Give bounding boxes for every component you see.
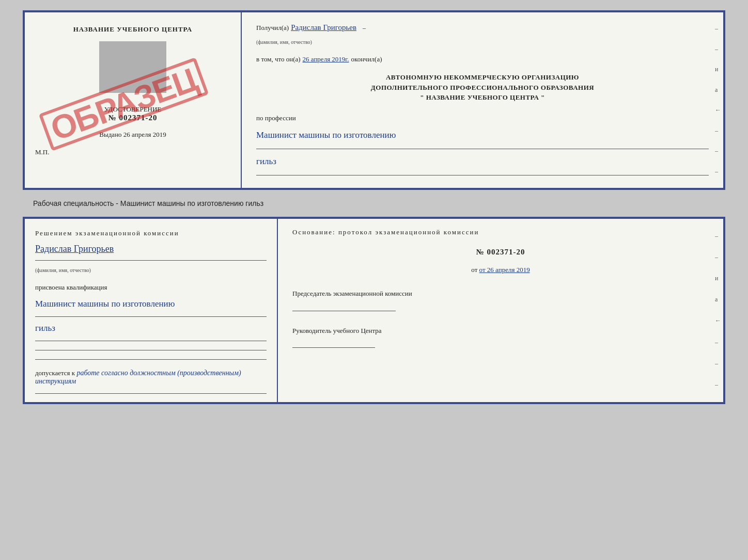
underline-b2 [35, 339, 267, 341]
bottom-name: Радислав Григорьев [35, 244, 267, 254]
mp-line: М.П. [35, 148, 49, 156]
ot-date: от 26 апреля 2019 [479, 266, 530, 274]
prisvoena-label: присвоена квалификация [35, 282, 107, 293]
po-professii-label: по профессии [256, 113, 296, 123]
top-doc-right: Получил(а) Радислав Григорьев – (фамилия… [242, 12, 723, 188]
underline-b4 [35, 358, 267, 360]
underline-2 [256, 173, 709, 175]
cert-number: № 002371-20 [108, 114, 158, 122]
protocol-number-block: № 002371-20 [292, 248, 709, 257]
top-left-title: НАЗВАНИЕ УЧЕБНОГО ЦЕНТРА [73, 25, 193, 34]
fio-label-top: (фамилия, имя, отчество) [256, 39, 312, 45]
dopuskaetsya-prefix: допускается к [35, 369, 75, 377]
poluchil-row: Получил(а) Радислав Григорьев – [256, 22, 709, 34]
bottom-fio-label: (фамилия, имя, отчество) [35, 267, 91, 273]
resheniem-text: Решением экзаменационной комиссии [35, 229, 267, 237]
protocol-number: № 002371-20 [292, 248, 709, 257]
profession-bottom-2: гильз [35, 321, 267, 335]
profession-top-1: Машинист машины по изготовлению [256, 128, 709, 142]
cert-label: УДОСТОВЕРЕНИЕ [104, 105, 162, 114]
dopuskaetsya-row: допускается к работе согласно должностны… [35, 369, 267, 386]
ot-row: от от 26 апреля 2019 [292, 266, 709, 274]
vtom-prefix: в том, что он(а) [256, 54, 301, 65]
vydano-line: Выдано 26 апреля 2019 [99, 131, 166, 139]
rukovoditel-block: Руководитель учебного Центра [292, 326, 709, 348]
top-doc-left: НАЗВАНИЕ УЧЕБНОГО ЦЕНТРА ОБРАЗЕЦ УДОСТОВ… [25, 12, 242, 188]
vydano-text: Выдано 26 апреля 2019 [99, 131, 166, 138]
side-marks-top: – – и а ← – – – [715, 12, 721, 188]
side-marks-bottom: – – и а ← – – – [715, 219, 721, 402]
vtom-row: в том, что он(а) 26 апреля 2019г. окончи… [256, 54, 709, 65]
underline-dopusk [35, 392, 267, 394]
poluchil-prefix: Получил(а) [256, 23, 289, 33]
stamp-area: ОБРАЗЕЦ УДОСТОВЕРЕНИЕ № 002371-20 [35, 105, 230, 122]
bottom-doc-left: Решением экзаменационной комиссии Радисл… [25, 219, 278, 402]
chairman-label: Председатель экзаменационной комиссии [292, 289, 709, 299]
specialty-caption: Рабочая специальность - Машинист машины … [33, 199, 263, 207]
photo-placeholder [99, 41, 166, 93]
chairman-block: Председатель экзаменационной комиссии [292, 289, 709, 311]
underline-b3 [35, 348, 267, 350]
profession-top-2: гильз [256, 154, 709, 168]
profession-bottom-1: Машинист машины по изготовлению [35, 297, 267, 311]
osnovanie-text: Основание: протокол экзаменационной коми… [292, 228, 709, 236]
underline-b1 [35, 315, 267, 317]
block-line3: " НАЗВАНИЕ УЧЕБНОГО ЦЕНТРА " [256, 92, 709, 103]
vtom-date: 26 апреля 2019г. [303, 54, 349, 65]
bottom-underline-name [35, 259, 267, 261]
bottom-doc-right: Основание: протокол экзаменационной коми… [278, 219, 723, 402]
rukovoditel-sig-line [292, 346, 375, 348]
ot-prefix: от [471, 266, 479, 274]
bottom-document: Решением экзаменационной комиссии Радисл… [23, 217, 725, 404]
chairman-sig-line [292, 309, 396, 311]
prisvoena-row: присвоена квалификация [35, 282, 267, 293]
okončil-text: окончил(а) [351, 54, 382, 65]
underline-1 [256, 147, 709, 149]
poluchil-name: Радислав Григорьев [291, 22, 356, 34]
po-professii-row: по профессии [256, 113, 709, 123]
rukovoditel-label: Руководитель учебного Центра [292, 326, 709, 336]
block-line2: ДОПОЛНИТЕЛЬНОГО ПРОФЕССИОНАЛЬНОГО ОБРАЗО… [256, 83, 709, 93]
top-document: НАЗВАНИЕ УЧЕБНОГО ЦЕНТРА ОБРАЗЕЦ УДОСТОВ… [23, 10, 725, 190]
block-line1: АВТОНОМНУЮ НЕКОММЕРЧЕСКУЮ ОРГАНИЗАЦИЮ [256, 72, 709, 83]
